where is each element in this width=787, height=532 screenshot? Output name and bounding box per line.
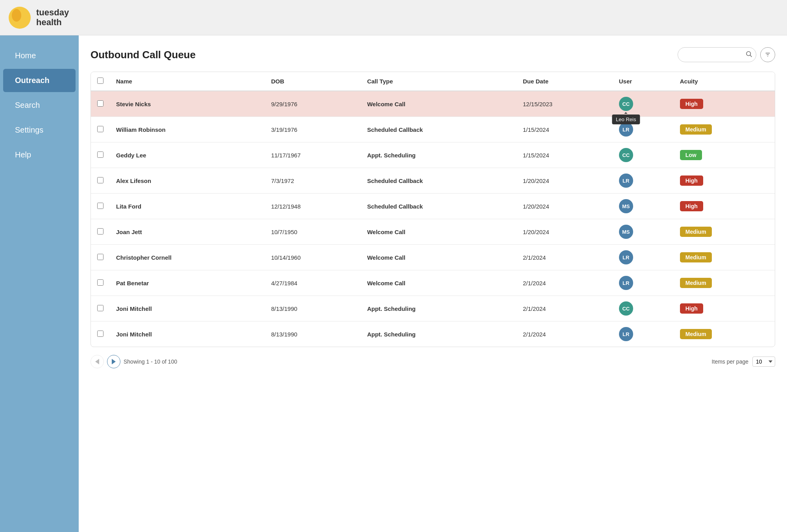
table-row[interactable]: Joni Mitchell8/13/1990Appt. Scheduling2/…: [91, 321, 775, 347]
avatar-wrapper: MS: [619, 225, 633, 239]
table-container: Name DOB Call Type Due Date User Acuity …: [91, 72, 775, 347]
table-row[interactable]: Alex Lifeson7/3/1972Scheduled Callback1/…: [91, 168, 775, 194]
cell-name: Joan Jett: [110, 219, 265, 245]
cell-name: Stevie Nicks: [110, 91, 265, 117]
search-button[interactable]: [745, 50, 752, 59]
sidebar-item-outreach[interactable]: Outreach: [3, 69, 76, 92]
row-checkbox[interactable]: [97, 279, 103, 286]
table-row[interactable]: Joni Mitchell8/13/1990Appt. Scheduling2/…: [91, 296, 775, 321]
table-row[interactable]: Joan Jett10/7/1950Welcome Call1/20/2024M…: [91, 219, 775, 245]
filter-icon: [765, 52, 771, 58]
row-checkbox[interactable]: [97, 151, 103, 158]
cell-dob: 10/7/1950: [265, 219, 361, 245]
logo: tuesday health: [8, 6, 69, 30]
logo-text: tuesday health: [36, 8, 69, 27]
acuity-badge: High: [680, 201, 703, 211]
filter-button[interactable]: [760, 47, 775, 62]
avatar-wrapper: LR: [619, 276, 633, 290]
cell-name: Geddy Lee: [110, 142, 265, 168]
avatar: CC: [619, 148, 633, 162]
cell-due-date: 1/15/2024: [517, 142, 613, 168]
cell-acuity: Medium: [674, 270, 775, 296]
cell-dob: 11/17/1967: [265, 142, 361, 168]
row-checkbox[interactable]: [97, 305, 103, 311]
cell-acuity: High: [674, 91, 775, 117]
row-checkbox[interactable]: [97, 254, 103, 260]
cell-user: LR: [613, 270, 674, 296]
sidebar-item-help[interactable]: Help: [3, 143, 76, 166]
prev-page-button[interactable]: [91, 355, 104, 368]
call-queue-table: Name DOB Call Type Due Date User Acuity …: [91, 72, 775, 347]
search-icon: [745, 50, 752, 57]
table-row[interactable]: Christopher Cornell10/14/1960Welcome Cal…: [91, 245, 775, 270]
page-header: Outbound Call Queue: [91, 47, 775, 62]
cell-acuity: Medium: [674, 219, 775, 245]
acuity-badge: Medium: [680, 124, 712, 135]
avatar-wrapper: LR: [619, 327, 633, 341]
cell-name: Pat Benetar: [110, 270, 265, 296]
table-row[interactable]: Pat Benetar4/27/1984Welcome Call2/1/2024…: [91, 270, 775, 296]
cell-acuity: Medium: [674, 117, 775, 142]
cell-due-date: 2/1/2024: [517, 296, 613, 321]
col-acuity: Acuity: [674, 72, 775, 91]
user-tooltip: Leo Reis: [612, 115, 640, 124]
cell-name: Lita Ford: [110, 194, 265, 219]
select-all-checkbox[interactable]: [97, 78, 103, 84]
avatar: CC: [619, 97, 633, 111]
sidebar-item-search[interactable]: Search: [3, 94, 76, 117]
avatar: LR: [619, 250, 633, 264]
cell-user: LR: [613, 321, 674, 347]
cell-call-type: Welcome Call: [361, 245, 517, 270]
pagination-controls: Showing 1 - 10 of 100: [91, 355, 177, 368]
app-layout: HomeOutreachSearchSettingsHelp Outbound …: [0, 35, 787, 532]
table-header: Name DOB Call Type Due Date User Acuity: [91, 72, 775, 91]
header-actions: [678, 47, 775, 62]
cell-dob: 9/29/1976: [265, 91, 361, 117]
row-checkbox[interactable]: [97, 126, 103, 132]
avatar: LR: [619, 174, 633, 188]
cell-call-type: Scheduled Callback: [361, 168, 517, 194]
cell-acuity: Medium: [674, 321, 775, 347]
next-page-button[interactable]: [107, 355, 120, 368]
cell-call-type: Welcome Call: [361, 91, 517, 117]
avatar: LR: [619, 122, 633, 137]
avatar: MS: [619, 225, 633, 239]
sidebar-item-home[interactable]: Home: [3, 44, 76, 67]
table-row[interactable]: William Robinson3/19/1976Scheduled Callb…: [91, 117, 775, 142]
pagination: Showing 1 - 10 of 100 Items per page 102…: [91, 355, 775, 368]
cell-dob: 3/19/1976: [265, 117, 361, 142]
row-checkbox[interactable]: [97, 203, 103, 209]
logo-icon: [8, 6, 31, 30]
table-body: Stevie Nicks9/29/1976Welcome Call12/15/2…: [91, 91, 775, 347]
svg-marker-8: [112, 359, 116, 364]
items-per-page-select[interactable]: 102550100: [752, 357, 775, 367]
cell-user: MS: [613, 219, 674, 245]
cell-name: William Robinson: [110, 117, 265, 142]
col-call-type: Call Type: [361, 72, 517, 91]
avatar-wrapper: LR: [619, 122, 633, 137]
cell-user: CC: [613, 296, 674, 321]
cell-name: Joni Mitchell: [110, 321, 265, 347]
cell-call-type: Welcome Call: [361, 219, 517, 245]
row-checkbox-cell: [91, 117, 110, 142]
row-checkbox[interactable]: [97, 331, 103, 337]
table-row[interactable]: Stevie Nicks9/29/1976Welcome Call12/15/2…: [91, 91, 775, 117]
avatar-wrapper: LR: [619, 174, 633, 188]
row-checkbox-cell: [91, 296, 110, 321]
acuity-badge: High: [680, 175, 703, 186]
items-per-page-label: Items per page: [712, 358, 748, 365]
row-checkbox[interactable]: [97, 177, 103, 183]
sidebar-item-settings[interactable]: Settings: [3, 118, 76, 142]
table-row[interactable]: Lita Ford12/12/1948Scheduled Callback1/2…: [91, 194, 775, 219]
cell-due-date: 2/1/2024: [517, 321, 613, 347]
cell-user: LR: [613, 168, 674, 194]
cell-call-type: Appt. Scheduling: [361, 296, 517, 321]
row-checkbox-cell: [91, 321, 110, 347]
row-checkbox[interactable]: [97, 228, 103, 235]
search-input[interactable]: [678, 47, 756, 62]
cell-due-date: 2/1/2024: [517, 270, 613, 296]
row-checkbox[interactable]: [97, 100, 103, 107]
table-row[interactable]: Geddy Lee11/17/1967Appt. Scheduling1/15/…: [91, 142, 775, 168]
cell-user: CC: [613, 142, 674, 168]
avatar: CC: [619, 301, 633, 316]
